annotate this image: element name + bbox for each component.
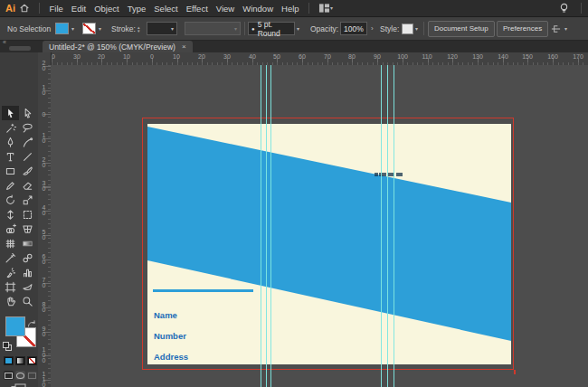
column-graph-tool[interactable] [19,265,36,279]
draw-behind-mode-button[interactable] [15,371,25,380]
vertical-ruler[interactable]: 20 10 0 10 20 30 40 50 60 70 80 90 100 1… [38,52,52,387]
guide-line[interactable] [261,65,261,387]
fill-color-swatch[interactable] [55,23,69,34]
fill-chevron-icon[interactable]: ▾ [71,26,74,32]
guide-line[interactable] [387,65,388,387]
paintbrush-tool[interactable] [19,164,36,178]
tab-close-icon[interactable]: × [182,42,186,51]
eraser-tool[interactable] [19,178,36,193]
hruler-label: 120 [446,53,459,60]
stroke-weight-dropdown[interactable]: ▾ [147,22,177,35]
menu-help[interactable]: Help [278,4,304,14]
draw-normal-mode-button[interactable] [4,371,14,380]
hruler-label: 150 [521,53,534,60]
scale-tool[interactable] [19,193,36,207]
menu-view[interactable]: View [212,4,238,14]
lasso-tool[interactable] [19,120,36,135]
app-logo[interactable]: Ai [5,3,15,14]
screen-mode-button[interactable] [11,383,27,387]
blend-tool[interactable] [19,250,36,265]
menu-file[interactable]: File [45,4,67,14]
number-label[interactable]: Number [154,331,186,341]
free-transform-tool[interactable] [19,207,36,222]
menu-edit[interactable]: Edit [67,4,90,14]
type-tool[interactable] [2,149,19,164]
horizontal-ruler[interactable]: 40 30 20 10 0 10 20 30 40 50 60 70 80 90… [51,52,588,66]
rectangle-tool[interactable] [2,164,19,178]
address-label[interactable]: Address [154,352,188,362]
menu-bar: Ai File Edit Object Type Select Effect V… [0,0,588,17]
none-button[interactable] [27,356,37,365]
document-setup-button[interactable]: Document Setup [428,21,495,37]
variable-width-profile-dropdown[interactable]: ▾ [185,22,241,35]
curvature-tool[interactable] [19,135,36,149]
opacity-field[interactable]: 100% [340,22,367,35]
brush-definition-field[interactable]: ● 5 pt. Round [248,22,295,35]
pencil-tool[interactable] [2,178,19,193]
line-segment-tool[interactable] [19,149,36,164]
zoom-tool[interactable] [19,294,36,308]
slice-tool[interactable] [19,279,36,294]
color-button[interactable] [4,356,14,365]
swap-fill-stroke-icon[interactable] [27,316,36,332]
home-icon[interactable] [19,3,30,14]
symbol-sprayer-tool[interactable] [2,265,19,279]
direct-selection-tool[interactable] [19,106,36,120]
align-panel-icon[interactable]: ▾ [550,17,567,40]
name-underline-rule[interactable] [153,289,253,292]
rotate-tool[interactable] [2,193,19,207]
stroke-color-swatch[interactable] [82,23,96,34]
artboard[interactable]: Name Number Address [147,124,511,364]
default-fill-stroke-icon[interactable] [3,338,12,354]
menu-object[interactable]: Object [90,4,123,14]
guide-line[interactable] [266,65,267,387]
magic-wand-tool[interactable] [2,120,19,135]
gradient-tool[interactable] [19,236,36,250]
workspace-switcher-icon[interactable]: ▾ [318,3,333,14]
gradient-button[interactable] [15,356,25,365]
tools-panel-grip[interactable] [9,46,31,51]
rotate-tool-icon [5,194,16,206]
brush-chevron-icon[interactable]: ▾ [297,26,299,32]
fill-proxy-swatch[interactable] [5,316,25,336]
blue-band-shape[interactable] [147,124,511,364]
control-bar: No Selection ▾ ▾ Stroke: ▴▾ ▾ ▾ ● 5 pt. … [0,17,588,41]
style-label: Style: [380,17,399,40]
opacity-arrow-icon[interactable]: › [371,17,374,40]
discover-lightbulb-icon[interactable] [558,2,570,16]
hruler-label: 130 [471,53,484,60]
guide-line[interactable] [270,65,271,387]
pen-tool[interactable] [2,135,19,149]
draw-inside-mode-button[interactable] [27,371,37,380]
selection-tool[interactable] [2,106,19,120]
menu-window[interactable]: Window [239,4,278,14]
name-label[interactable]: Name [154,310,177,320]
menu-type[interactable]: Type [123,4,150,14]
chevron-down-icon: ▾ [234,26,237,32]
style-swatch[interactable] [402,24,413,34]
guide-line[interactable] [381,65,382,387]
mesh-tool[interactable] [2,236,19,250]
artboard-tool[interactable] [2,279,19,294]
tiny-text-artifact[interactable] [375,173,403,176]
canvas-pasteboard[interactable]: Name Number Address [51,65,588,387]
preferences-button[interactable]: Preferences [497,21,548,37]
width-tool[interactable] [2,207,19,222]
hand-tool[interactable] [2,294,19,308]
style-chevron-icon[interactable]: ▾ [415,26,418,32]
document-tab[interactable]: Untitled-2* @ 150% (CMYK/Preview) × [43,41,193,52]
eyedropper-tool[interactable] [2,250,19,265]
chevron-down-icon: ▾ [564,26,567,32]
hruler-label: 40 [51,53,58,60]
tab-bar: « Untitled-2* @ 150% (CMYK/Preview) × [0,41,588,52]
shape-builder-tool[interactable] [2,222,19,236]
stroke-chevron-icon[interactable]: ▾ [99,26,101,32]
collapse-panel-icon[interactable]: « [3,39,6,45]
stroke-weight-stepper[interactable]: ▴▾ [138,17,140,40]
menu-effect[interactable]: Effect [182,4,212,14]
tools-panel: ⋯ [0,52,39,387]
menu-select[interactable]: Select [150,4,182,14]
guide-line[interactable] [394,65,394,387]
perspective-grid-tool[interactable] [19,222,36,236]
hruler-label: 50 [270,53,283,60]
